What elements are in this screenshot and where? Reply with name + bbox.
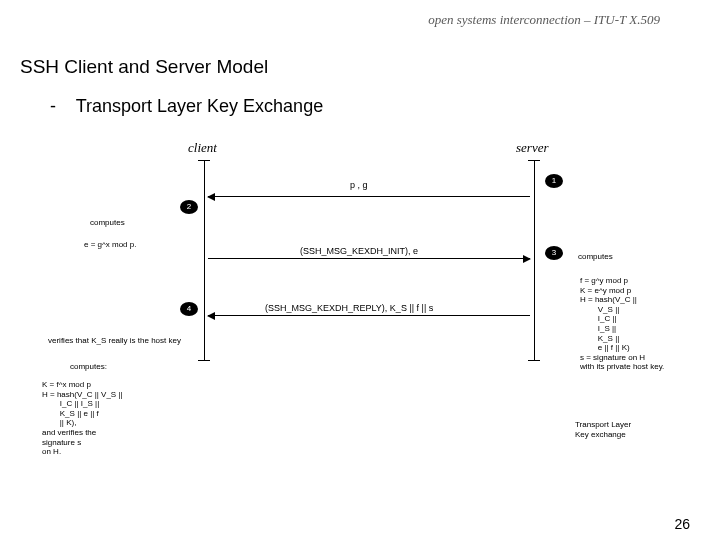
- lifeline-cap: [198, 160, 210, 161]
- note-e-equation: e = g^x mod p.: [84, 240, 136, 250]
- client-lifeline: [204, 160, 205, 360]
- note-transport: Transport LayerKey exchange: [575, 420, 631, 439]
- note-server-block: f = g^y mod pK = e^y mod pH = hash(V_C |…: [580, 276, 700, 372]
- slide-subtitle: - Transport Layer Key Exchange: [50, 96, 323, 117]
- arrowhead-icon: [523, 255, 531, 263]
- arrow-server-to-client: [208, 315, 530, 316]
- note-verify: verifies that K_S really is the host key: [48, 336, 181, 346]
- bullet-icon: -: [50, 96, 56, 116]
- message-3: (SSH_MSG_KEXDH_REPLY), K_S || f || s: [265, 303, 433, 313]
- step-2: 2: [180, 200, 198, 214]
- page-header: open systems interconnection – ITU-T X.5…: [428, 12, 660, 28]
- step-3: 3: [545, 246, 563, 260]
- lifeline-cap: [528, 160, 540, 161]
- note-client-block: K = f^x mod pH = hash(V_C || V_S || I_C …: [42, 380, 182, 457]
- note-server-computes: computes: [578, 252, 613, 262]
- lifeline-cap: [528, 360, 540, 361]
- step-4: 4: [180, 302, 198, 316]
- arrowhead-icon: [207, 312, 215, 320]
- step-1: 1: [545, 174, 563, 188]
- message-2: (SSH_MSG_KEXDH_INIT), e: [300, 246, 418, 256]
- arrow-server-to-client: [208, 196, 530, 197]
- note-client-computes2: computes:: [70, 362, 107, 372]
- lifeline-cap: [198, 360, 210, 361]
- arrowhead-icon: [207, 193, 215, 201]
- server-label: server: [516, 140, 549, 156]
- message-1: p , g: [350, 180, 368, 190]
- client-label: client: [188, 140, 217, 156]
- page-number: 26: [674, 516, 690, 532]
- slide-title: SSH Client and Server Model: [20, 56, 268, 78]
- subtitle-text: Transport Layer Key Exchange: [76, 96, 323, 116]
- server-lifeline: [534, 160, 535, 360]
- arrow-client-to-server: [208, 258, 530, 259]
- note-client-computes: computes: [90, 218, 125, 228]
